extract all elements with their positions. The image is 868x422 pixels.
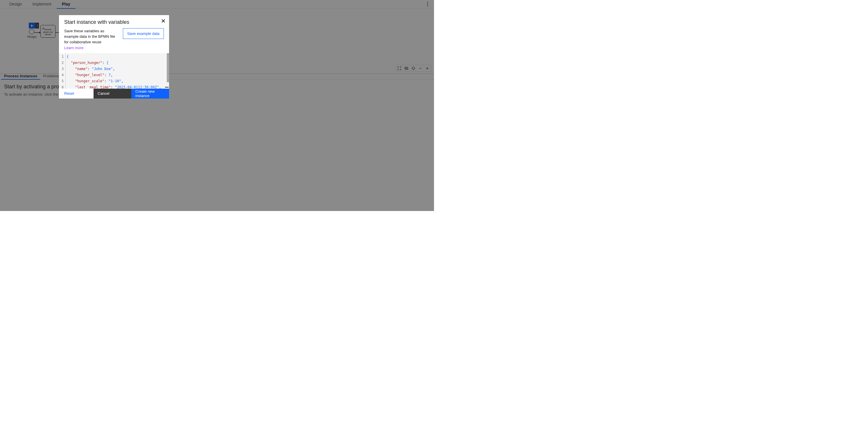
code-content[interactable]: { "person_hunger": { "name": "John Doe",…: [65, 53, 169, 89]
modal-helper-text: Save these variables as example data in …: [64, 29, 115, 44]
cancel-button[interactable]: Cancel: [94, 89, 131, 98]
line-gutter: 1 2 3 4 5 6 7 8 9 10 11 12: [59, 53, 65, 89]
learn-more-link[interactable]: Learn more: [64, 46, 83, 50]
start-instance-modal: Start instance with variables Save these…: [59, 15, 169, 98]
variables-editor[interactable]: 1 2 3 4 5 6 7 8 9 10 11 12 { "person_hun…: [59, 53, 169, 89]
modal-title: Start instance with variables: [64, 19, 164, 25]
close-icon[interactable]: [160, 18, 166, 24]
reset-button[interactable]: Reset: [64, 91, 74, 96]
save-example-button[interactable]: Save example data: [123, 28, 164, 39]
create-instance-button[interactable]: Create new instance: [131, 89, 169, 98]
